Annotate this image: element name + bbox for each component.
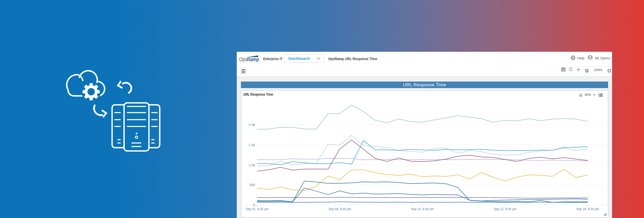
svg-text:1.0k: 1.0k: [249, 163, 255, 167]
svg-text:Sep 15, 6:30 pm: Sep 15, 6:30 pm: [411, 207, 434, 211]
svg-text:Sep 29, 6:30 pm: Sep 29, 6:30 pm: [576, 207, 599, 211]
svg-text:1.5k: 1.5k: [249, 143, 255, 147]
svg-text:2.0k: 2.0k: [249, 123, 255, 127]
svg-text:Sep 08, 6:30 pm: Sep 08, 6:30 pm: [328, 207, 351, 211]
svg-text:500: 500: [250, 183, 255, 187]
svg-text:Sep 22, 6:30 pm: Sep 22, 6:30 pm: [494, 207, 516, 211]
svg-text:Sep 01, 6:30 pm: Sep 01, 6:30 pm: [246, 207, 269, 211]
svg-text:0: 0: [253, 203, 255, 207]
